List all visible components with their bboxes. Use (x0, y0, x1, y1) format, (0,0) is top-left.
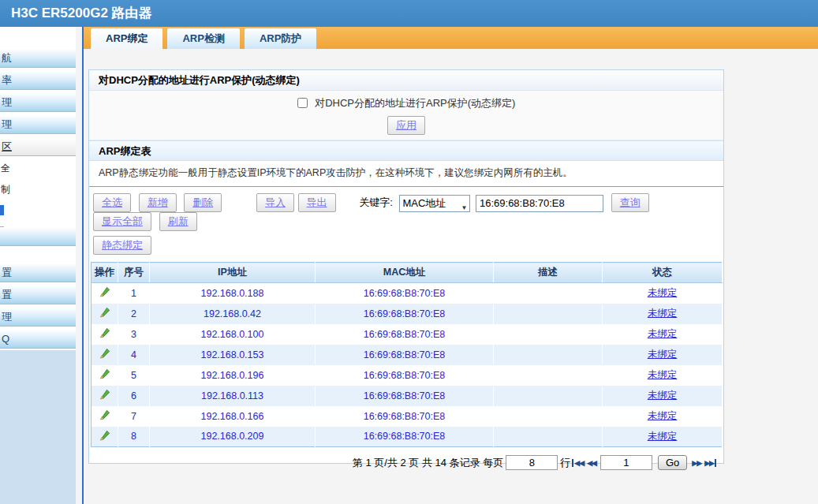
dhcp-arp-protect-checkbox[interactable] (297, 98, 308, 108)
edit-pencil-icon[interactable] (99, 286, 110, 297)
mac-cell: 16:69:68:B8:70:E8 (316, 386, 494, 406)
status-link[interactable]: 未绑定 (648, 431, 678, 442)
arp-binding-description: ARP静态绑定功能一般用于静态设置IP环境下的ARP攻击防护，在这种环境下，建议… (89, 161, 723, 187)
window-title: H3C ER5200G2 路由器 (0, 0, 818, 27)
seq-cell: 3 (118, 324, 150, 345)
previous-page-icon[interactable]: ◀◀ (587, 459, 596, 467)
sidebar-menu-button[interactable]: 置 (0, 263, 76, 282)
import-button[interactable]: 导入 (256, 193, 294, 212)
last-page-icon[interactable]: ▶▶ (704, 459, 716, 467)
first-page-icon[interactable]: ◀◀ (572, 459, 584, 467)
sidebar-menu-button[interactable] (0, 227, 76, 246)
seq-cell: 1 (118, 283, 150, 304)
status-link[interactable]: 未绑定 (648, 328, 678, 339)
chevron-down-icon: ▼ (461, 200, 467, 216)
sidebar-menu-button[interactable]: 航 (0, 49, 76, 68)
table-row: 1192.168.0.18816:69:68:B8:70:E8未绑定 (92, 283, 723, 304)
sidebar-submenu-panel (0, 350, 76, 504)
seq-cell: 8 (118, 427, 150, 447)
sidebar-submenu-item[interactable]: 全 (0, 159, 76, 177)
show-all-button[interactable]: 显示全部 (93, 212, 151, 231)
dhcp-section-body: 对DHCP分配的地址进行ARP保护(动态绑定) 应用 (89, 91, 723, 140)
status-link[interactable]: 未绑定 (648, 369, 678, 380)
status-cell: 未绑定 (603, 386, 723, 406)
sidebar-submenu-item[interactable]: 制 (0, 181, 76, 198)
action-cell (92, 386, 118, 406)
edit-pencil-icon[interactable] (99, 409, 110, 420)
sidebar-menu-button[interactable]: 区 (0, 137, 76, 156)
table-row: 7192.168.0.16616:69:68:B8:70:E8未绑定 (92, 406, 723, 427)
ip-cell: 192.168.0.42 (150, 304, 316, 324)
status-cell: 未绑定 (603, 365, 723, 386)
dhcp-arp-protect-label: 对DHCP分配的地址进行ARP保护(动态绑定) (315, 97, 515, 109)
status-link[interactable]: 未绑定 (648, 287, 678, 298)
sidebar-nav: 航率理理区全制置置理Q (0, 27, 76, 504)
sidebar-menu-button[interactable]: 理 (0, 115, 76, 134)
dhcp-section-title: 对DHCP分配的地址进行ARP保护(动态绑定) (89, 70, 723, 91)
ip-cell: 192.168.0.188 (150, 283, 316, 304)
action-cell (92, 345, 118, 365)
keyword-input[interactable] (476, 195, 603, 212)
tab-ARP防护[interactable]: ARP防护 (245, 28, 316, 49)
next-page-icon[interactable]: ▶▶ (692, 459, 701, 467)
ip-cell: 192.168.0.100 (150, 324, 316, 345)
ip-cell: 192.168.0.209 (150, 427, 316, 447)
sidebar-menu-button[interactable]: 理 (0, 93, 76, 112)
sidebar-menu-button[interactable]: 率 (0, 71, 76, 90)
desc-cell (494, 345, 603, 365)
action-cell (92, 406, 118, 427)
status-link[interactable]: 未绑定 (648, 349, 678, 360)
refresh-button[interactable]: 刷新 (159, 212, 197, 231)
tab-ARP绑定[interactable]: ARP绑定 (91, 28, 162, 49)
search-button[interactable]: 查询 (611, 193, 649, 212)
keyword-type-select[interactable]: MAC地址 ▼ (399, 195, 470, 212)
edit-pencil-icon[interactable] (99, 348, 110, 359)
sidebar-menu-button[interactable]: 理 (0, 308, 76, 327)
keyword-label: 关键字: (359, 196, 393, 208)
export-button[interactable]: 导出 (298, 193, 336, 212)
static-bind-button[interactable]: 静态绑定 (93, 236, 151, 255)
column-header-序号: 序号 (118, 263, 150, 283)
keyword-type-selected-value: MAC地址 (402, 197, 446, 209)
seq-cell: 7 (118, 406, 150, 427)
go-button[interactable]: Go (658, 455, 687, 470)
status-link[interactable]: 未绑定 (648, 410, 678, 421)
rows-per-page-input[interactable] (506, 455, 558, 470)
ip-cell: 192.168.0.166 (150, 406, 316, 427)
table-row: 5192.168.0.19616:69:68:B8:70:E8未绑定 (92, 365, 723, 386)
mac-cell: 16:69:68:B8:70:E8 (316, 283, 494, 304)
arp-binding-table-title: ARP绑定表 (89, 140, 723, 161)
tab-bar: ARP绑定ARP检测ARP防护 (84, 27, 818, 49)
status-link[interactable]: 未绑定 (648, 390, 678, 401)
action-cell (92, 427, 118, 447)
page-number-input[interactable] (600, 455, 652, 470)
status-link[interactable]: 未绑定 (648, 308, 678, 319)
desc-cell (494, 386, 603, 406)
main-panel: 对DHCP分配的地址进行ARP保护(动态绑定) 对DHCP分配的地址进行ARP保… (88, 69, 724, 464)
edit-pencil-icon[interactable] (99, 389, 110, 400)
edit-pencil-icon[interactable] (99, 430, 110, 441)
seq-cell: 6 (118, 386, 150, 406)
seq-cell: 4 (118, 345, 150, 365)
sidebar-menu-button[interactable]: 置 (0, 286, 76, 304)
apply-button[interactable]: 应用 (387, 116, 425, 135)
status-cell: 未绑定 (603, 406, 723, 427)
delete-button[interactable]: 删除 (184, 193, 222, 212)
sidebar-menu-button[interactable]: Q (0, 330, 76, 349)
table-header-row: 操作序号IP地址MAC地址描述状态 (92, 263, 723, 283)
desc-cell (494, 283, 603, 304)
select-all-button[interactable]: 全选 (93, 193, 131, 212)
edit-pencil-icon[interactable] (99, 327, 110, 338)
column-header-IP地址: IP地址 (150, 263, 316, 283)
edit-pencil-icon[interactable] (99, 307, 110, 318)
column-header-状态: 状态 (603, 263, 723, 283)
table-row: 4192.168.0.15316:69:68:B8:70:E8未绑定 (92, 345, 723, 365)
desc-cell (494, 304, 603, 324)
sidebar-submenu-item[interactable] (0, 205, 4, 215)
column-header-描述: 描述 (494, 263, 603, 283)
add-button[interactable]: 新增 (139, 193, 177, 212)
ip-cell: 192.168.0.153 (150, 345, 316, 365)
edit-pencil-icon[interactable] (99, 368, 110, 379)
tab-ARP检测[interactable]: ARP检测 (167, 28, 239, 49)
pagination-bar: 第 1 页/共 2 页 共 14 条记录 每页 行 ◀◀ ◀◀ Go ▶▶ ▶▶ (89, 455, 723, 470)
